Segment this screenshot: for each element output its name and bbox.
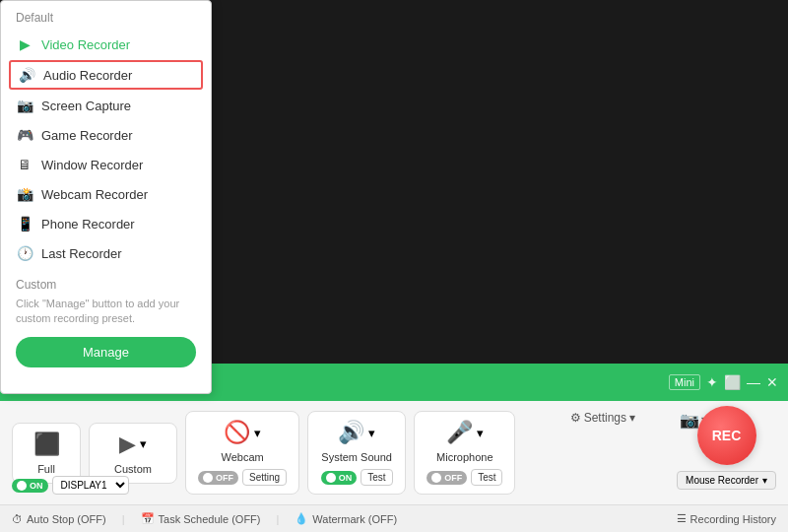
- system-sound-icon-area: 🔊 ▾: [338, 420, 375, 445]
- restore-icon[interactable]: ⬜: [724, 374, 741, 390]
- microphone-test-button[interactable]: Test: [471, 469, 502, 486]
- watermark-icon: 💧: [295, 512, 308, 525]
- system-sound-toggle[interactable]: ON: [321, 471, 358, 485]
- auto-stop-item[interactable]: ⏱ Auto Stop (OFF): [12, 513, 106, 525]
- system-sound-test-button[interactable]: Test: [361, 469, 392, 486]
- custom-section: Click "Manage" button to add your custom…: [1, 297, 211, 367]
- minimize-icon[interactable]: —: [747, 374, 760, 390]
- custom-icon: ▶: [119, 432, 136, 457]
- custom-hint-text: Click "Manage" button to add your custom…: [16, 297, 196, 327]
- list-icon: ☰: [677, 512, 687, 525]
- schedule-icon: 📅: [141, 512, 155, 525]
- close-icon[interactable]: ✕: [766, 374, 778, 390]
- display-select[interactable]: DISPLAY1: [52, 476, 129, 495]
- task-schedule-item[interactable]: 📅 Task Schedule (OFF): [141, 512, 261, 525]
- window-recorder-icon: 🖥: [16, 157, 33, 172]
- menu-item-screen-capture[interactable]: 📷 Screen Capture: [1, 91, 211, 120]
- webcam-label: Webcam: [221, 451, 263, 463]
- rec-area: REC Mouse Recorder ▾: [677, 406, 776, 490]
- system-sound-label: System Sound: [321, 451, 392, 463]
- custom-card: ▶ ▾ Custom: [89, 423, 177, 484]
- webcam-card: 🚫 ▾ Webcam OFF Setting: [185, 411, 299, 495]
- microphone-icon-area: 🎤 ▾: [446, 420, 484, 445]
- clock-icon: ⏱: [12, 513, 23, 525]
- video-recorder-icon: ▶: [16, 36, 33, 52]
- game-recorder-icon: 🎮: [16, 127, 33, 143]
- custom-icon-area: ▶ ▾: [119, 432, 147, 457]
- mouse-recorder-button[interactable]: Mouse Recorder ▾: [677, 471, 776, 490]
- full-card: ⬛ Full: [12, 423, 81, 484]
- settings-icon: ⚙: [570, 411, 581, 425]
- menu-item-webcam-recorder[interactable]: 📸 Webcam Recorder: [1, 179, 211, 209]
- menu-item-audio-recorder[interactable]: 🔊 Audio Recorder: [9, 60, 203, 90]
- system-sound-dropdown-icon[interactable]: ▾: [368, 426, 375, 440]
- menu-item-window-recorder[interactable]: 🖥 Window Recorder: [1, 150, 211, 179]
- phone-recorder-icon: 📱: [16, 216, 33, 232]
- microphone-icon: 🎤: [446, 420, 473, 445]
- microphone-card: 🎤 ▾ Microphone OFF Test: [414, 411, 515, 495]
- pin-icon[interactable]: ✦: [706, 374, 718, 390]
- menu-item-phone-recorder[interactable]: 📱 Phone Recorder: [1, 209, 211, 238]
- microphone-toggle[interactable]: OFF: [427, 471, 467, 485]
- toolbar-right: Mini ✦ ⬜ — ✕: [669, 374, 778, 390]
- webcam-dropdown-icon[interactable]: ▾: [254, 426, 261, 440]
- settings-button[interactable]: ⚙ Settings ▾: [570, 411, 635, 425]
- webcam-toggle[interactable]: OFF: [198, 471, 238, 485]
- system-sound-card: 🔊 ▾ System Sound ON Test: [307, 411, 406, 495]
- custom-label: Custom: [114, 463, 152, 475]
- screen-capture-icon: 📷: [16, 98, 33, 113]
- menu-item-last-recorder[interactable]: 🕐 Last Recorder: [1, 238, 211, 268]
- rec-button[interactable]: REC: [697, 406, 756, 465]
- status-bar: ⏱ Auto Stop (OFF) | 📅 Task Schedule (OFF…: [0, 504, 788, 532]
- last-recorder-icon: 🕐: [16, 245, 33, 261]
- menu-item-game-recorder[interactable]: 🎮 Game Recorder: [1, 120, 211, 150]
- microphone-dropdown-icon[interactable]: ▾: [477, 426, 484, 440]
- webcam-icon: 🚫: [224, 420, 250, 445]
- microphone-label: Microphone: [436, 451, 492, 463]
- webcam-icon-area: 🚫 ▾: [224, 420, 261, 445]
- system-sound-toggle-row: ON Test: [321, 469, 393, 486]
- manage-button[interactable]: Manage: [16, 337, 196, 367]
- full-toggle-area: ON DISPLAY1: [12, 476, 129, 495]
- watermark-item[interactable]: 💧 Watermark (OFF): [295, 512, 397, 525]
- system-sound-icon: 🔊: [338, 420, 364, 445]
- status-divider-1: |: [122, 513, 125, 525]
- dropdown-menu: Default ▶ Video Recorder 🔊 Audio Recorde…: [0, 0, 212, 394]
- mouse-recorder-dropdown-icon: ▾: [762, 475, 767, 486]
- custom-section-label: Custom: [1, 268, 211, 297]
- default-section-label: Default: [1, 1, 211, 30]
- menu-item-video-recorder[interactable]: ▶ Video Recorder: [1, 30, 211, 59]
- custom-dropdown-icon[interactable]: ▾: [140, 436, 147, 451]
- webcam-recorder-icon: 📸: [16, 186, 33, 202]
- microphone-toggle-row: OFF Test: [427, 469, 502, 486]
- mini-button[interactable]: Mini: [669, 374, 700, 390]
- full-label: Full: [37, 463, 55, 475]
- webcam-toggle-row: OFF Setting: [198, 469, 287, 486]
- settings-chevron-icon: ▾: [629, 411, 635, 425]
- controls-area: 📷 ▾ ⚙ Settings ▾ ⬛ Full ▶ ▾ Custom 🚫 ▾: [0, 401, 788, 504]
- webcam-setting-button[interactable]: Setting: [242, 469, 287, 486]
- status-divider-2: |: [276, 513, 279, 525]
- full-icon: ⬛: [33, 432, 60, 457]
- audio-recorder-icon: 🔊: [18, 67, 35, 83]
- recording-history-button[interactable]: ☰ Recording History: [677, 512, 776, 525]
- full-toggle[interactable]: ON: [12, 479, 48, 493]
